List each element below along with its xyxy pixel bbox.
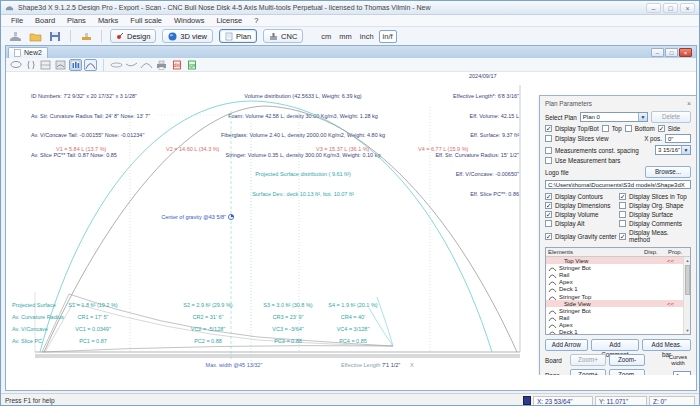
- plan-button[interactable]: Plan: [219, 29, 257, 43]
- display-surface-checkbox[interactable]: [619, 211, 626, 218]
- display-alt-checkbox[interactable]: [545, 220, 552, 227]
- display-dimensions-checkbox[interactable]: ✓: [545, 202, 552, 209]
- panel-close-icon[interactable]: ×: [687, 100, 691, 107]
- doc-close-button[interactable]: ×: [679, 48, 692, 57]
- menu-windows[interactable]: Windows: [168, 16, 210, 25]
- list-item[interactable]: Apex: [546, 279, 690, 286]
- close-button[interactable]: ×: [680, 3, 695, 13]
- export-igs-green-icon[interactable]: igs: [185, 59, 198, 71]
- board-zoom-out-button[interactable]: Zoom-: [609, 354, 645, 366]
- elements-scrollbar[interactable]: ▲ ▼: [683, 257, 690, 334]
- add-comment-button[interactable]: Add Comment: [591, 339, 640, 351]
- scroll-up-icon[interactable]: ▲: [684, 257, 691, 264]
- measurements-spacing-checkbox[interactable]: [545, 147, 552, 154]
- design-button[interactable]: Design: [110, 29, 156, 43]
- save-icon[interactable]: [47, 29, 63, 43]
- unit-cm[interactable]: cm: [318, 31, 334, 42]
- page-zoom-out-button[interactable]: Zoom-: [609, 369, 645, 375]
- profile-view-icon[interactable]: [24, 59, 37, 71]
- s3-value: S3 = 3.0 ft² (30.8 %): [263, 302, 313, 308]
- display-comments-checkbox[interactable]: [619, 220, 626, 227]
- spacing-select[interactable]: 3 15/16" ▼: [655, 145, 691, 155]
- display-contours-checkbox[interactable]: ✓: [545, 193, 552, 200]
- list-item[interactable]: Deck 1: [546, 329, 690, 335]
- flat-ellipse-icon[interactable]: [110, 59, 123, 71]
- scroll-thumb[interactable]: [685, 265, 690, 295]
- display-gravity-checkbox[interactable]: ✓: [545, 233, 552, 240]
- doc-minimize-button[interactable]: –: [651, 48, 664, 57]
- pc3-value: PC3 = 0.88: [274, 338, 302, 344]
- list-item[interactable]: Rail: [546, 271, 690, 278]
- board-3d-icon[interactable]: [54, 59, 67, 71]
- planer-tool-icon[interactable]: [7, 29, 23, 43]
- scroll-down-icon[interactable]: ▼: [684, 327, 691, 334]
- volume-v2-label: V2 = 14.60 L (34.3 %): [166, 146, 220, 152]
- menu-plans[interactable]: Plans: [61, 16, 92, 25]
- chevron-down-icon: ▼: [638, 113, 647, 121]
- menu-license[interactable]: License: [210, 16, 248, 25]
- delete-plan-button[interactable]: Delete: [651, 111, 691, 123]
- group-row-top-view[interactable]: Top View <<: [546, 257, 690, 264]
- list-item[interactable]: Stringer Bot: [546, 307, 690, 314]
- menu-board[interactable]: Board: [29, 16, 61, 25]
- curves-width-input[interactable]: 1: [673, 371, 691, 376]
- tab-new2[interactable]: New2: [8, 47, 48, 58]
- menu-marks[interactable]: Marks: [92, 16, 124, 25]
- open-folder-icon[interactable]: [27, 29, 43, 43]
- display-slices-top-checkbox[interactable]: ✓: [619, 193, 626, 200]
- s2-value: S2 = 2.9 ft² (29.9 %): [183, 302, 233, 308]
- menu-fullscale[interactable]: Full scale: [124, 16, 168, 25]
- list-item[interactable]: Stringer Bot: [546, 264, 690, 271]
- fullscale-icon[interactable]: [78, 29, 94, 43]
- menu-help[interactable]: ?: [248, 16, 264, 25]
- side-checkbox[interactable]: ✓: [658, 125, 665, 132]
- volume-v3-label: V3 = 15.37 L (36.1 %): [316, 146, 370, 152]
- slices-view-icon[interactable]: [69, 59, 82, 71]
- list-item[interactable]: Rail: [546, 315, 690, 322]
- add-arrow-button[interactable]: Add Arrow: [545, 339, 588, 351]
- add-meas-bar-button[interactable]: Add Meas. bar: [642, 339, 691, 351]
- xpos-input[interactable]: 0": [665, 134, 691, 143]
- unit-inf[interactable]: in/f: [379, 30, 397, 43]
- doc-restore-button[interactable]: □: [665, 48, 678, 57]
- slices-grid-icon[interactable]: [39, 59, 52, 71]
- chevron-down-icon: ▼: [681, 146, 690, 154]
- rocker-curve-icon[interactable]: [125, 59, 138, 71]
- page-zoom-in-button[interactable]: Zoom+: [570, 369, 606, 375]
- s4-value: S4 = 1.9 ft² (20.1 %): [328, 302, 378, 308]
- display-slices-view-checkbox[interactable]: [545, 135, 552, 142]
- display-meas-method-checkbox[interactable]: ✓: [619, 233, 626, 240]
- list-item[interactable]: Apex: [546, 322, 690, 329]
- svg-text:igs: igs: [188, 62, 195, 68]
- print-icon[interactable]: [155, 59, 168, 71]
- cr3-value: CR3 = 23' 9": [273, 314, 304, 320]
- display-volume-checkbox[interactable]: ✓: [545, 211, 552, 218]
- list-item[interactable]: Deck 1: [546, 286, 690, 293]
- menu-file[interactable]: File: [5, 16, 29, 25]
- cnc-button[interactable]: CNC: [263, 29, 303, 43]
- list-item[interactable]: Stringer Top: [546, 293, 690, 300]
- top-checkbox[interactable]: [602, 125, 609, 132]
- drawing-canvas[interactable]: 2024/09/17 ID Numbers: 7'2 9/32" x 20 17…: [7, 72, 696, 375]
- logo-path-input[interactable]: C:\Users\thoma\Documents\S3d models\Shap…: [545, 180, 691, 189]
- minimize-button[interactable]: –: [646, 3, 661, 13]
- display-topbot-checkbox[interactable]: ✓: [545, 125, 552, 132]
- elements-list: Elements Disp. Prop. Top View << Stringe…: [545, 247, 691, 335]
- plan-parameters-panel: Plan Parameters × Select Plan Plan 0 ▼ D…: [539, 95, 696, 375]
- logo-browse-button[interactable]: Browse...: [645, 166, 691, 178]
- 3dview-button[interactable]: 3D view: [162, 29, 213, 43]
- outline-view-icon[interactable]: [9, 59, 22, 71]
- group-row-side-view[interactable]: Side View <<: [546, 300, 690, 307]
- dome-curve-icon[interactable]: [140, 59, 153, 71]
- bottom-checkbox[interactable]: [625, 125, 632, 132]
- export-dxf-red-icon[interactable]: dxl: [170, 59, 183, 71]
- unit-inch[interactable]: inch: [357, 31, 377, 42]
- board-zoom-in-button[interactable]: Zoom+: [570, 354, 606, 366]
- plan-select[interactable]: Plan 0 ▼: [580, 112, 648, 122]
- measurement-bars-checkbox[interactable]: [545, 157, 552, 164]
- plan-mode-icon[interactable]: [84, 59, 97, 71]
- display-org-shape-checkbox[interactable]: [619, 202, 626, 209]
- unit-mm[interactable]: mm: [336, 31, 355, 42]
- row-label-slicepc: Av. Slice PC: [12, 338, 42, 344]
- maximize-button[interactable]: □: [663, 3, 678, 13]
